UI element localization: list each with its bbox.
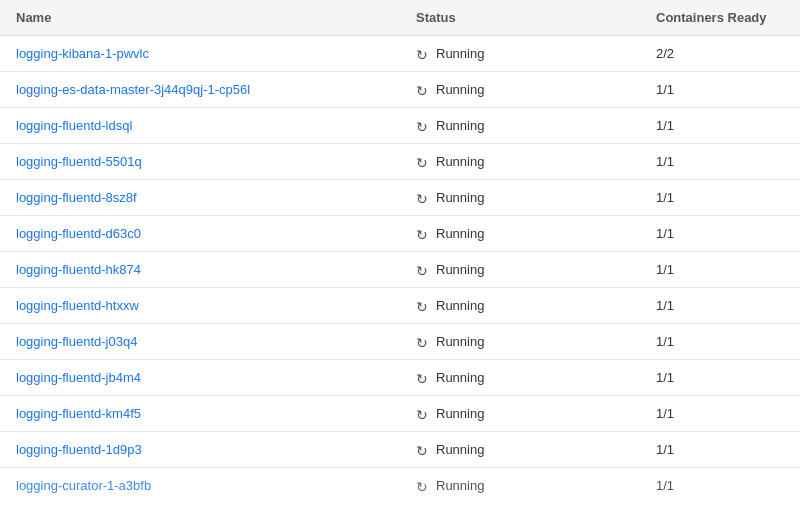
- pod-name-cell: logging-fluentd-km4f5: [0, 396, 400, 432]
- pod-name-cell: logging-fluentd-8sz8f: [0, 180, 400, 216]
- table-row: logging-fluentd-km4f5↻Running1/1: [0, 396, 800, 432]
- containers-ready-cell: 1/1: [640, 468, 800, 504]
- pod-name-link[interactable]: logging-fluentd-8sz8f: [16, 190, 137, 205]
- status-text: Running: [436, 334, 484, 349]
- containers-ready-cell: 1/1: [640, 324, 800, 360]
- pod-name-cell: logging-curator-1-a3bfb: [0, 468, 400, 504]
- running-icon: ↻: [416, 335, 430, 349]
- pod-name-link[interactable]: logging-fluentd-htxxw: [16, 298, 139, 313]
- table-row: logging-fluentd-5501q↻Running1/1: [0, 144, 800, 180]
- running-icon: ↻: [416, 299, 430, 313]
- pod-name-cell: logging-fluentd-5501q: [0, 144, 400, 180]
- status-text: Running: [436, 82, 484, 97]
- table-row: logging-fluentd-j03q4↻Running1/1: [0, 324, 800, 360]
- status-text: Running: [436, 262, 484, 277]
- running-icon: ↻: [416, 155, 430, 169]
- table-row: logging-kibana-1-pwvlc↻Running2/2: [0, 36, 800, 72]
- containers-ready-cell: 1/1: [640, 360, 800, 396]
- containers-ready-cell: 1/1: [640, 108, 800, 144]
- pod-status-cell: ↻Running: [400, 216, 640, 252]
- pod-name-link[interactable]: logging-fluentd-hk874: [16, 262, 141, 277]
- pod-name-cell: logging-fluentd-1d9p3: [0, 432, 400, 468]
- pod-name-cell: logging-fluentd-d63c0: [0, 216, 400, 252]
- column-header-containers-ready: Containers Ready: [640, 0, 800, 36]
- pod-status-cell: ↻Running: [400, 108, 640, 144]
- containers-ready-cell: 1/1: [640, 432, 800, 468]
- pod-name-link[interactable]: logging-fluentd-d63c0: [16, 226, 141, 241]
- containers-ready-cell: 1/1: [640, 144, 800, 180]
- pod-status-cell: ↻Running: [400, 144, 640, 180]
- pod-status-cell: ↻Running: [400, 468, 640, 504]
- running-icon: ↻: [416, 479, 430, 493]
- pods-table-container: Name Status Containers Ready logging-kib…: [0, 0, 800, 513]
- pod-name-link[interactable]: logging-kibana-1-pwvlc: [16, 46, 149, 61]
- status-text: Running: [436, 226, 484, 241]
- table-row: logging-fluentd-htxxw↻Running1/1: [0, 288, 800, 324]
- table-row: logging-curator-1-a3bfb↻Running1/1: [0, 468, 800, 504]
- status-text: Running: [436, 190, 484, 205]
- status-text: Running: [436, 370, 484, 385]
- pod-status-cell: ↻Running: [400, 324, 640, 360]
- containers-ready-cell: 1/1: [640, 216, 800, 252]
- pod-name-link[interactable]: logging-fluentd-1d9p3: [16, 442, 142, 457]
- pod-name-link[interactable]: logging-es-data-master-3j44q9qj-1-cp56l: [16, 82, 250, 97]
- pod-name-cell: logging-es-data-master-3j44q9qj-1-cp56l: [0, 72, 400, 108]
- pod-name-cell: logging-fluentd-hk874: [0, 252, 400, 288]
- running-icon: ↻: [416, 263, 430, 277]
- running-icon: ↻: [416, 443, 430, 457]
- pod-status-cell: ↻Running: [400, 180, 640, 216]
- running-icon: ↻: [416, 227, 430, 241]
- pod-name-cell: logging-fluentd-htxxw: [0, 288, 400, 324]
- containers-ready-cell: 1/1: [640, 288, 800, 324]
- pod-status-cell: ↻Running: [400, 252, 640, 288]
- containers-ready-cell: 1/1: [640, 396, 800, 432]
- table-row: logging-fluentd-hk874↻Running1/1: [0, 252, 800, 288]
- table-row: logging-fluentd-1d9p3↻Running1/1: [0, 432, 800, 468]
- status-text: Running: [436, 406, 484, 421]
- pod-name-cell: logging-kibana-1-pwvlc: [0, 36, 400, 72]
- containers-ready-cell: 1/1: [640, 252, 800, 288]
- pod-name-link[interactable]: logging-fluentd-ldsql: [16, 118, 132, 133]
- pod-name-link[interactable]: logging-fluentd-km4f5: [16, 406, 141, 421]
- pods-table: Name Status Containers Ready logging-kib…: [0, 0, 800, 503]
- pod-status-cell: ↻Running: [400, 36, 640, 72]
- column-header-status: Status: [400, 0, 640, 36]
- pod-name-link[interactable]: logging-curator-1-a3bfb: [16, 478, 151, 493]
- pod-status-cell: ↻Running: [400, 288, 640, 324]
- table-row: logging-fluentd-8sz8f↻Running1/1: [0, 180, 800, 216]
- running-icon: ↻: [416, 47, 430, 61]
- pod-name-link[interactable]: logging-fluentd-5501q: [16, 154, 142, 169]
- pod-status-cell: ↻Running: [400, 396, 640, 432]
- table-header-row: Name Status Containers Ready: [0, 0, 800, 36]
- containers-ready-cell: 2/2: [640, 36, 800, 72]
- column-header-name: Name: [0, 0, 400, 36]
- table-row: logging-fluentd-jb4m4↻Running1/1: [0, 360, 800, 396]
- status-text: Running: [436, 442, 484, 457]
- pod-name-link[interactable]: logging-fluentd-j03q4: [16, 334, 137, 349]
- pod-name-cell: logging-fluentd-ldsql: [0, 108, 400, 144]
- containers-ready-cell: 1/1: [640, 180, 800, 216]
- running-icon: ↻: [416, 119, 430, 133]
- containers-ready-cell: 1/1: [640, 72, 800, 108]
- pod-status-cell: ↻Running: [400, 72, 640, 108]
- pod-status-cell: ↻Running: [400, 432, 640, 468]
- running-icon: ↻: [416, 83, 430, 97]
- status-text: Running: [436, 298, 484, 313]
- status-text: Running: [436, 46, 484, 61]
- running-icon: ↻: [416, 407, 430, 421]
- pod-name-link[interactable]: logging-fluentd-jb4m4: [16, 370, 141, 385]
- running-icon: ↻: [416, 191, 430, 205]
- status-text: Running: [436, 478, 484, 493]
- table-row: logging-es-data-master-3j44q9qj-1-cp56l↻…: [0, 72, 800, 108]
- table-row: logging-fluentd-d63c0↻Running1/1: [0, 216, 800, 252]
- pod-name-cell: logging-fluentd-j03q4: [0, 324, 400, 360]
- table-row: logging-fluentd-ldsql↻Running1/1: [0, 108, 800, 144]
- status-text: Running: [436, 154, 484, 169]
- pod-name-cell: logging-fluentd-jb4m4: [0, 360, 400, 396]
- pod-status-cell: ↻Running: [400, 360, 640, 396]
- running-icon: ↻: [416, 371, 430, 385]
- status-text: Running: [436, 118, 484, 133]
